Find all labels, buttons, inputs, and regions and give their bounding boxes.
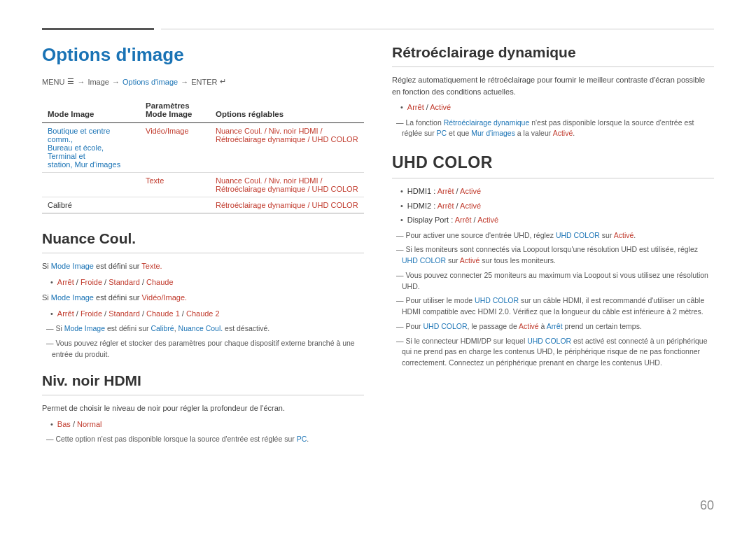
menu-path-enter: ENTER bbox=[191, 78, 217, 86]
table-header-options: Options réglables bbox=[210, 97, 364, 123]
niv-noir-divider bbox=[42, 395, 364, 395]
retroeclairage-title: Rétroéclairage dynamique bbox=[392, 44, 714, 61]
niv-noir-intro: Permet de choisir le niveau de noir pour… bbox=[42, 402, 364, 414]
uhd-note4: Pour utiliser le mode UHD COLOR sur un c… bbox=[392, 295, 714, 318]
options2-text2: Rétroéclairage dynamique / UHD COLOR bbox=[216, 185, 358, 193]
uhd-bullet1: HDMI1 : Arrêt / Activé bbox=[400, 185, 714, 197]
uhd-color-title: UHD COLOR bbox=[392, 153, 714, 172]
uhd-color-divider bbox=[392, 178, 714, 178]
top-decorative-lines bbox=[42, 28, 714, 30]
retroeclairage-intro: Réglez automatiquement le rétroéclairage… bbox=[392, 74, 714, 97]
table-header-params: ParamètresMode Image bbox=[140, 97, 210, 123]
table-cell-params1: Vidéo/Image bbox=[140, 123, 210, 173]
uhd-note3: Vous pouvez connecter 25 moniteurs au ma… bbox=[392, 270, 714, 293]
mode3-text: Calibré bbox=[48, 201, 72, 209]
table-cell-mode1: Boutique et centre comm.,Bureau et école… bbox=[42, 123, 140, 173]
menu-path: MENU ☰ → Image → Options d'image → ENTER… bbox=[42, 77, 364, 86]
table-cell-params3 bbox=[140, 197, 210, 213]
table-row: Calibré Rétroéclairage dynamique / UHD C… bbox=[42, 197, 364, 213]
right-column: Rétroéclairage dynamique Réglez automati… bbox=[392, 44, 714, 506]
dark-line bbox=[42, 28, 154, 30]
uhd-note2: Si les moniteurs sont connectés via Loop… bbox=[392, 244, 714, 267]
options1-text2: Rétroéclairage dynamique / UHD COLOR bbox=[216, 135, 358, 143]
options1-text: Nuance Coul. / Niv. noir HDMI / bbox=[216, 127, 323, 135]
menu-path-image: Image bbox=[88, 78, 109, 86]
page-number: 60 bbox=[700, 498, 714, 513]
table-cell-mode3: Calibré bbox=[42, 197, 140, 213]
table-row: Boutique et centre comm.,Bureau et école… bbox=[42, 123, 364, 173]
main-content: Options d'image MENU ☰ → Image → Options… bbox=[42, 44, 714, 506]
uhd-bullet3: Display Port : Arrêt / Activé bbox=[400, 214, 714, 226]
table-cell-mode2 bbox=[42, 173, 140, 197]
menu-label: MENU bbox=[42, 78, 64, 86]
nuance-note2: Vous pouvez régler et stocker des paramè… bbox=[42, 338, 364, 360]
niv-noir-bullet: Bas / Normal bbox=[50, 419, 364, 430]
arrow1: → bbox=[77, 78, 85, 86]
retroeclairage-bullet: Arrêt / Activé bbox=[400, 101, 714, 113]
retroeclairage-divider bbox=[392, 66, 714, 67]
nuance-intro-video: Si Mode Image est défini sur Vidéo/Image… bbox=[42, 292, 364, 304]
options3-text: Rétroéclairage dynamique / UHD COLOR bbox=[216, 201, 358, 209]
nuance-divider bbox=[42, 253, 364, 253]
retroeclairage-note: La fonction Rétroéclairage dynamique n'e… bbox=[392, 118, 714, 140]
table-cell-options1: Nuance Coul. / Niv. noir HDMI / Rétroécl… bbox=[210, 123, 364, 173]
table-cell-options3: Rétroéclairage dynamique / UHD COLOR bbox=[210, 197, 364, 213]
light-line bbox=[161, 29, 714, 29]
menu-symbol: ☰ bbox=[67, 77, 74, 86]
arrow3: → bbox=[181, 78, 188, 86]
niv-noir-note: Cette option n'est pas disponible lorsqu… bbox=[42, 434, 364, 445]
nuance-bullet1: Arrêt / Froide / Standard / Chaude bbox=[50, 276, 364, 288]
options2-text: Nuance Coul. / Niv. noir HDMI / bbox=[216, 176, 323, 185]
menu-path-options: Options d'image bbox=[122, 78, 178, 86]
uhd-note1: Pour activer une source d'entrée UHD, ré… bbox=[392, 230, 714, 241]
uhd-bullet2: HDMI2 : Arrêt / Activé bbox=[400, 200, 714, 212]
page-title: Options d'image bbox=[42, 44, 364, 66]
uhd-note5: Pour UHD COLOR, le passage de Activé à A… bbox=[392, 321, 714, 332]
table-row: Texte Nuance Coul. / Niv. noir HDMI / Ré… bbox=[42, 173, 364, 197]
nuance-intro-texte: Si Mode Image est défini sur Texte. bbox=[42, 260, 364, 272]
params2-text: Texte bbox=[146, 176, 164, 185]
niv-noir-title: Niv. noir HDMI bbox=[42, 372, 364, 389]
uhd-note6: Si le connecteur HDMI/DP sur lequel UHD … bbox=[392, 336, 714, 369]
mode1-text: Boutique et centre comm.,Bureau et école… bbox=[48, 127, 120, 169]
table-cell-params2: Texte bbox=[140, 173, 210, 197]
params1-text: Vidéo/Image bbox=[146, 127, 189, 135]
nuance-coul-title: Nuance Coul. bbox=[42, 230, 364, 247]
nuance-note1: Si Mode Image est défini sur Calibré, Nu… bbox=[42, 323, 364, 335]
table-header-mode: Mode Image bbox=[42, 97, 140, 123]
left-column: Options d'image MENU ☰ → Image → Options… bbox=[42, 44, 364, 506]
nuance-bullet2: Arrêt / Froide / Standard / Chaude 1 / C… bbox=[50, 308, 364, 320]
settings-table: Mode Image ParamètresMode Image Options … bbox=[42, 97, 364, 213]
menu-path-enter-symbol: ↵ bbox=[220, 77, 226, 86]
page-container: Options d'image MENU ☰ → Image → Options… bbox=[0, 0, 756, 534]
arrow2: → bbox=[112, 78, 120, 86]
table-cell-options2: Nuance Coul. / Niv. noir HDMI / Rétroécl… bbox=[210, 173, 364, 197]
